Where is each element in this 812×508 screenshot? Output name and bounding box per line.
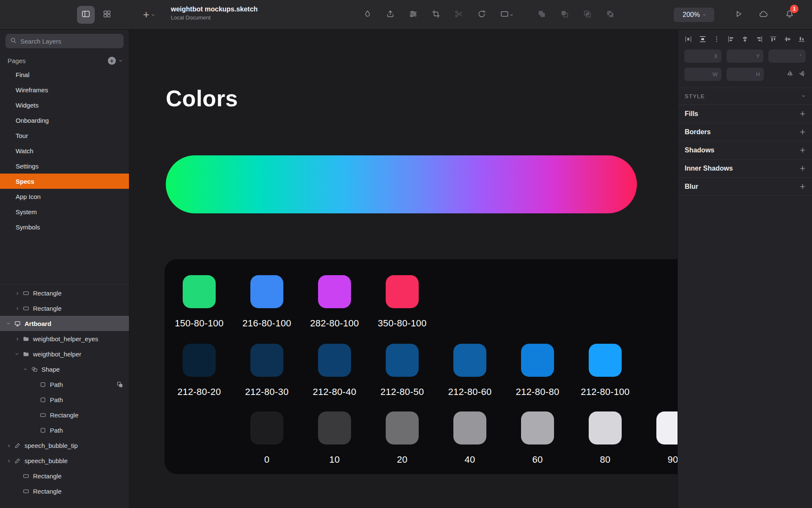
layer-row[interactable]: weigthbot_helper	[0, 346, 129, 362]
notifications-button[interactable]: 1	[785, 0, 794, 30]
page-item[interactable]: Settings	[0, 158, 129, 174]
color-swatch[interactable]: 0	[250, 411, 283, 465]
align-button[interactable]	[713, 36, 720, 44]
toolbar-tool-button[interactable]	[454, 9, 464, 20]
swatch-color-chip[interactable]	[453, 344, 486, 377]
page-item[interactable]: Final	[0, 67, 129, 82]
search-field[interactable]	[5, 34, 123, 48]
swatch-color-chip[interactable]	[386, 275, 419, 308]
layer-row[interactable]: speech_bubble	[0, 453, 129, 468]
style-section-header[interactable]: STYLE	[678, 88, 812, 105]
toolbar-tool-button[interactable]	[477, 9, 486, 20]
coordinate-field[interactable]: °	[768, 50, 806, 63]
swatch-color-chip[interactable]	[386, 411, 419, 444]
layer-row[interactable]: Rectangle	[0, 285, 129, 301]
add-button[interactable]: +	[800, 109, 805, 119]
layer-expand-chevron[interactable]	[22, 366, 29, 373]
page-item[interactable]: Widgets	[0, 97, 129, 113]
color-swatch[interactable]: 212-80-50	[386, 344, 419, 398]
color-swatch[interactable]: 212-80-80	[521, 344, 554, 398]
toolbar-tool-button[interactable]	[500, 9, 513, 20]
preview-play-button[interactable]	[734, 0, 743, 30]
layer-expand-chevron[interactable]	[14, 290, 21, 296]
color-swatch[interactable]: 212-80-100	[589, 344, 622, 398]
color-swatch[interactable]: 20	[386, 411, 419, 465]
page-item[interactable]: Watch	[0, 143, 129, 158]
swatch-color-chip[interactable]	[521, 344, 554, 377]
page-item[interactable]: App Icon	[0, 189, 129, 204]
add-page-button[interactable]: +	[108, 57, 116, 65]
color-swatch[interactable]: 10	[318, 411, 351, 465]
page-item[interactable]: Specs	[0, 174, 129, 189]
layer-row[interactable]: speech_bubble_tip	[0, 438, 129, 453]
layer-row[interactable]: Path	[0, 392, 129, 407]
canvas[interactable]: Colors 150-80-100	[129, 30, 678, 508]
layer-row[interactable]: Artboard	[0, 316, 129, 331]
swatch-color-chip[interactable]	[183, 344, 216, 377]
view-toggle-button[interactable]	[77, 6, 95, 24]
swatch-color-chip[interactable]	[250, 344, 283, 377]
swatch-color-chip[interactable]	[589, 344, 622, 377]
swatch-color-chip[interactable]	[318, 344, 351, 377]
swatch-color-chip[interactable]	[250, 275, 283, 308]
align-button[interactable]	[756, 36, 763, 44]
swatch-color-chip[interactable]	[250, 411, 283, 444]
color-swatch[interactable]: 212-80-60	[453, 344, 486, 398]
align-button[interactable]	[741, 36, 749, 44]
toolbar-tool-button[interactable]	[537, 9, 546, 20]
color-swatch[interactable]: 60	[521, 411, 554, 465]
search-input[interactable]	[19, 37, 119, 45]
swatch-color-chip[interactable]	[386, 344, 419, 377]
align-button[interactable]	[685, 36, 692, 44]
plus-icon[interactable]: +	[143, 9, 149, 20]
size-field[interactable]: W	[684, 68, 721, 81]
page-item[interactable]: Onboarding	[0, 113, 129, 128]
style-section[interactable]: Borders +	[678, 123, 812, 141]
toolbar-tool-button[interactable]	[363, 9, 372, 20]
gradient-bar-layer[interactable]	[166, 155, 637, 213]
add-button[interactable]: +	[800, 146, 805, 155]
flip-horizontal-button[interactable]	[786, 70, 793, 79]
layer-row[interactable]: weightbot_helper_eyes	[0, 331, 129, 346]
insert-menu[interactable]: +	[143, 0, 155, 30]
swatch-color-chip[interactable]	[318, 411, 351, 444]
layer-expand-chevron[interactable]	[5, 442, 12, 449]
color-swatch[interactable]: 212-80-30	[250, 344, 283, 398]
style-section[interactable]: Fills +	[678, 105, 812, 123]
swatch-color-chip[interactable]	[589, 411, 622, 444]
color-swatch[interactable]: 282-80-100	[318, 275, 351, 329]
layer-expand-chevron[interactable]	[5, 320, 12, 327]
layer-expand-chevron[interactable]	[14, 335, 21, 342]
color-swatch[interactable]: 216-80-100	[250, 275, 283, 329]
layer-row[interactable]: Rectangle	[0, 407, 129, 422]
swatch-color-chip[interactable]	[183, 275, 216, 308]
layer-row[interactable]: Rectangle	[0, 468, 129, 483]
style-section[interactable]: Blur +	[678, 177, 812, 196]
layer-expand-chevron[interactable]	[14, 351, 21, 357]
align-button[interactable]	[770, 36, 777, 44]
coordinate-field[interactable]: Y	[727, 50, 764, 63]
align-button[interactable]	[784, 36, 791, 44]
view-toggle-button[interactable]	[98, 6, 116, 24]
layer-row[interactable]: Rectangle	[0, 483, 129, 499]
add-button[interactable]: +	[800, 164, 805, 173]
size-field[interactable]: H	[727, 68, 764, 81]
swatch-color-chip[interactable]	[656, 411, 678, 444]
chevron-down-icon[interactable]	[153, 12, 155, 18]
toolbar-tool-button[interactable]	[409, 9, 418, 20]
toolbar-tool-button[interactable]	[583, 9, 592, 20]
layer-row[interactable]: Shape	[0, 362, 129, 377]
align-button[interactable]	[727, 36, 735, 44]
toolbar-tool-button[interactable]	[386, 9, 395, 20]
color-swatch[interactable]: 90	[656, 411, 678, 465]
specs-artboard[interactable]: 150-80-100 216-80-100 282-80-100	[165, 259, 678, 474]
swatch-color-chip[interactable]	[453, 411, 486, 444]
add-button[interactable]: +	[800, 182, 805, 191]
swatch-color-chip[interactable]	[318, 275, 351, 308]
toolbar-tool-button[interactable]	[431, 9, 441, 20]
layer-row[interactable]: Path	[0, 422, 129, 438]
color-swatch[interactable]: 212-80-40	[318, 344, 351, 398]
color-swatch[interactable]: 40	[453, 411, 486, 465]
color-swatch[interactable]: 150-80-100	[183, 275, 216, 329]
color-swatch[interactable]: 80	[589, 411, 622, 465]
